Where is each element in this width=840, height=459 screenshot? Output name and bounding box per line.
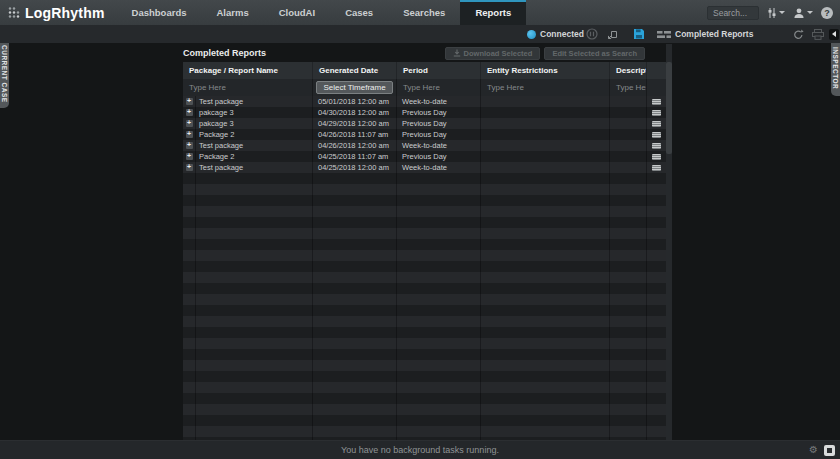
expand-cell[interactable]: + bbox=[183, 96, 196, 107]
expand-cell[interactable]: + bbox=[183, 118, 196, 129]
inspector-tab[interactable]: INSPECTOR bbox=[831, 40, 840, 96]
column-header-generated-date[interactable]: Generated Date bbox=[313, 62, 397, 79]
nav-tab-label: Reports bbox=[475, 7, 511, 18]
collapse-right-icon bbox=[829, 29, 839, 40]
description-filter[interactable]: Type Here bbox=[610, 79, 647, 96]
date-filter-cell: Select Timeframe bbox=[313, 79, 397, 96]
empty-table-row bbox=[183, 338, 666, 349]
empty-table-row bbox=[183, 283, 666, 294]
table-row[interactable]: + pakcage 3 04/29/2018 12:00 am Previous… bbox=[183, 118, 666, 129]
topnav-right-controls: ? bbox=[707, 0, 840, 25]
entity-filter[interactable]: Type Here bbox=[481, 79, 610, 96]
expand-cell[interactable]: + bbox=[183, 162, 196, 173]
nav-tab[interactable]: Cases bbox=[330, 0, 388, 25]
table-row[interactable]: + Test package 04/26/2018 12:00 am Week-… bbox=[183, 140, 666, 151]
column-header-period[interactable]: Period bbox=[397, 62, 481, 79]
download-selected-button[interactable]: Download Selected bbox=[445, 47, 541, 60]
table-row[interactable]: + pakcage 3 04/30/2018 12:00 am Previous… bbox=[183, 107, 666, 118]
top-navigation-bar: LogRhythm Dashboards Alarms CloudAI Case… bbox=[0, 0, 840, 25]
nav-tab[interactable]: Searches bbox=[388, 0, 460, 25]
save-button[interactable] bbox=[633, 25, 645, 43]
report-actions-cell[interactable] bbox=[647, 107, 666, 118]
expand-cell[interactable]: + bbox=[183, 107, 196, 118]
expand-cell[interactable]: + bbox=[183, 140, 196, 151]
report-file-icon[interactable] bbox=[652, 121, 661, 127]
column-header-name[interactable]: Package / Report Name bbox=[183, 62, 313, 79]
report-actions-cell[interactable] bbox=[647, 162, 666, 173]
expand-row-icon[interactable]: + bbox=[186, 131, 193, 138]
table-row[interactable]: + Package 2 04/26/2018 11:07 am Previous… bbox=[183, 129, 666, 140]
report-file-icon[interactable] bbox=[652, 154, 661, 160]
table-row[interactable]: + Test package 05/01/2018 12:00 am Week-… bbox=[183, 96, 666, 107]
popout-button[interactable] bbox=[607, 25, 619, 43]
report-period: Week-to-date bbox=[402, 163, 447, 172]
period-filter[interactable]: Type Here bbox=[397, 79, 481, 96]
expand-cell[interactable]: + bbox=[183, 129, 196, 140]
current-case-tab[interactable]: CURRENT CASE bbox=[0, 40, 9, 108]
tasks-panel-toggle[interactable] bbox=[824, 445, 835, 456]
table-row[interactable]: + Package 2 04/25/2018 11:07 am Previous… bbox=[183, 151, 666, 162]
empty-table-row bbox=[183, 195, 666, 206]
report-file-icon[interactable] bbox=[652, 165, 661, 171]
preferences-menu[interactable] bbox=[767, 7, 785, 19]
empty-table-row bbox=[183, 371, 666, 382]
report-actions-cell[interactable] bbox=[647, 129, 666, 140]
actions-filter-cell bbox=[647, 79, 666, 96]
column-header-entity-restrictions[interactable]: Entity Restrictions bbox=[481, 62, 610, 79]
completed-reports-view[interactable]: Completed Reports bbox=[657, 25, 753, 43]
expand-cell[interactable]: + bbox=[183, 151, 196, 162]
expand-row-icon[interactable]: + bbox=[186, 142, 193, 149]
report-file-icon[interactable] bbox=[652, 110, 661, 116]
refresh-button[interactable] bbox=[793, 25, 804, 43]
empty-table-row bbox=[183, 239, 666, 250]
entity-filter-placeholder: Type Here bbox=[481, 83, 524, 92]
nav-tab[interactable]: Dashboards bbox=[117, 0, 202, 25]
nav-tab[interactable]: Reports bbox=[460, 0, 526, 25]
view-label: Completed Reports bbox=[675, 29, 753, 39]
edit-selected-button[interactable]: Edit Selected as Search bbox=[544, 47, 645, 60]
chevron-down-icon bbox=[807, 11, 813, 14]
logo-dots-icon bbox=[8, 6, 21, 19]
pause-button[interactable] bbox=[586, 25, 598, 43]
generated-date: 04/29/2018 12:00 am bbox=[318, 119, 389, 128]
table-row[interactable]: + Test package 04/25/2018 12:00 am Week-… bbox=[183, 162, 666, 173]
generated-date: 04/26/2018 12:00 am bbox=[318, 141, 389, 150]
table-scrollbar[interactable] bbox=[666, 44, 672, 440]
nav-tab-label: Alarms bbox=[216, 7, 248, 18]
expand-row-icon[interactable]: + bbox=[186, 120, 193, 127]
column-header-description[interactable]: Description bbox=[610, 62, 647, 79]
report-actions-cell[interactable] bbox=[647, 96, 666, 107]
select-timeframe-button[interactable]: Select Timeframe bbox=[316, 81, 393, 94]
report-file-icon[interactable] bbox=[652, 132, 661, 138]
help-icon[interactable]: ? bbox=[821, 7, 833, 19]
report-actions-cell[interactable] bbox=[647, 151, 666, 162]
description-filter-placeholder: Type Here bbox=[610, 83, 646, 92]
name-filter[interactable]: Type Here bbox=[183, 79, 313, 96]
print-button[interactable] bbox=[812, 25, 824, 43]
empty-table-row bbox=[183, 217, 666, 228]
expand-row-icon[interactable]: + bbox=[186, 98, 193, 105]
report-file-icon[interactable] bbox=[652, 143, 661, 149]
search-input[interactable] bbox=[707, 6, 759, 20]
completed-reports-panel: Completed Reports Download Selected Edit… bbox=[183, 44, 666, 440]
user-menu[interactable] bbox=[793, 7, 813, 19]
connection-status-label: Connected bbox=[540, 29, 584, 39]
report-actions-cell[interactable] bbox=[647, 118, 666, 129]
nav-tab[interactable]: Alarms bbox=[201, 0, 263, 25]
report-toolbar: Connected Complet bbox=[0, 25, 840, 43]
scrollbar-thumb[interactable] bbox=[666, 62, 672, 154]
empty-table-row bbox=[183, 393, 666, 404]
report-file-icon[interactable] bbox=[652, 99, 661, 105]
status-bar-icons: ⚙ bbox=[809, 445, 835, 456]
expand-row-icon[interactable]: + bbox=[186, 164, 193, 171]
report-name: Test package bbox=[199, 163, 243, 172]
gear-icon[interactable]: ⚙ bbox=[809, 445, 818, 455]
report-actions-cell[interactable] bbox=[647, 140, 666, 151]
tasks-panel-icon bbox=[827, 448, 832, 453]
panel-titlebar: Completed Reports Download Selected Edit… bbox=[183, 44, 666, 62]
report-name: pakcage 3 bbox=[199, 119, 234, 128]
expand-row-icon[interactable]: + bbox=[186, 109, 193, 116]
nav-tab[interactable]: CloudAI bbox=[264, 0, 330, 25]
collapse-panel-button[interactable] bbox=[829, 25, 839, 43]
expand-row-icon[interactable]: + bbox=[186, 153, 193, 160]
